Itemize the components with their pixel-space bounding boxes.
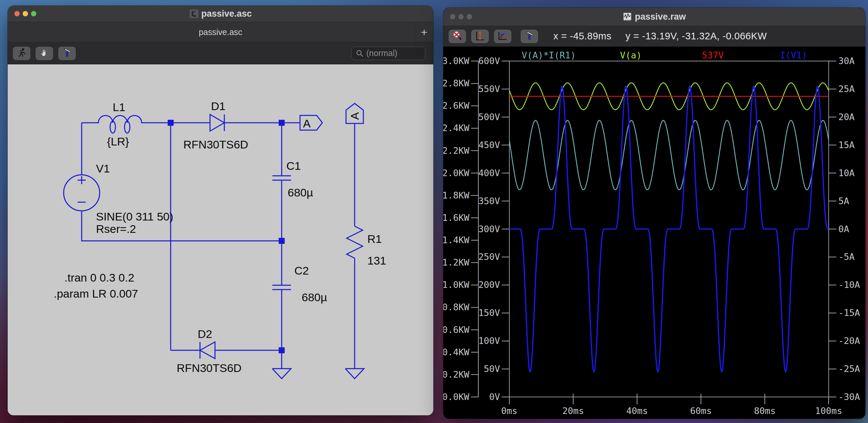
power-axis-tick-label: 1.8KW [443, 190, 470, 200]
d2-diode[interactable] [200, 342, 215, 359]
traffic-lights-inactive [450, 14, 472, 19]
current-axis-tick-label: 25A [838, 84, 855, 94]
power-axis-tick-label: 2.4KW [443, 123, 470, 133]
autorange-button[interactable] [471, 30, 489, 43]
run-icon [17, 48, 27, 59]
voltage-axis-tick-label: 300V [478, 224, 500, 234]
tools-button[interactable] [58, 47, 76, 60]
traffic-lights [14, 11, 36, 16]
search-input[interactable] [366, 48, 421, 58]
current-axis-tick-label: -30A [838, 392, 860, 402]
r1-resistor[interactable] [347, 226, 363, 258]
close-button[interactable] [450, 14, 455, 19]
d2-model-label[interactable]: RFN30TS6D [177, 362, 242, 374]
v1-value-label[interactable]: SINE(0 311 50) [96, 210, 173, 223]
legend-item-I(V1)[interactable]: I(V1) [780, 50, 807, 60]
voltage-axis-tick-label: 50V [484, 364, 500, 374]
l1-value-label[interactable]: {LR} [107, 135, 129, 148]
power-axis-tick-label: 1.6KW [443, 213, 470, 223]
voltage-axis-tick-label: 100V [478, 336, 500, 346]
tools-hammer-icon [62, 48, 72, 59]
window-title: passive.raw [635, 12, 686, 22]
schematic-doc-icon [189, 9, 199, 18]
minimize-button[interactable] [458, 14, 464, 19]
plot-settings-button[interactable] [494, 30, 512, 43]
power-axis-tick-label: 2.2KW [443, 145, 470, 156]
minimize-button[interactable] [23, 11, 28, 16]
current-axis-tick-label: 0A [838, 224, 849, 234]
cursor-x-value: x = -45.89ms [553, 31, 611, 41]
l1-coil-loop [110, 121, 115, 133]
current-axis-tick-label: 30A [838, 56, 855, 66]
l1-coil-loop [125, 121, 130, 133]
junction-dot [279, 120, 285, 126]
close-button[interactable] [14, 11, 20, 16]
pan-hand-icon [40, 48, 49, 59]
d1-diode[interactable] [210, 114, 224, 131]
waveform-plot-area[interactable]: 3.0KW2.8KW2.6KW2.4KW2.2KW2.0KW1.8KW1.6KW… [443, 47, 865, 419]
c1-capacitor[interactable] [272, 123, 291, 241]
cursor-readout: x = -45.89msy = -13.19V, -31.32A, -0.066… [553, 31, 767, 42]
time-axis-tick-label: 100ms [815, 406, 842, 416]
l1-ref-label[interactable]: L1 [113, 101, 125, 113]
r1-ref-label[interactable]: R1 [367, 232, 382, 245]
cursor-y-value: y = -13.19V, -31.32A, -0.066KW [625, 31, 767, 41]
tools-button[interactable] [521, 30, 538, 43]
voltage-axis-tick-label: 200V [478, 280, 500, 290]
c1-ref-label[interactable]: C1 [286, 160, 301, 172]
schematic-window: passive.asc passive.asc + [8, 6, 433, 415]
v1-rser-label[interactable]: Rser=.2 [96, 223, 136, 235]
search-field[interactable] [351, 47, 425, 60]
power-axis-tick-label: 3.0KW [443, 56, 470, 66]
run-button[interactable] [13, 47, 30, 60]
legend-item-V(A)*I(R1)[interactable]: V(A)*I(R1) [522, 50, 576, 60]
window-title: passive.asc [202, 9, 252, 19]
net-flag-a-load-label: A [348, 112, 361, 120]
v1-ref-label[interactable]: V1 [96, 162, 110, 175]
search-icon [356, 49, 364, 57]
tools-hammer-icon [524, 31, 534, 42]
schematic-titlebar[interactable]: passive.asc [8, 6, 433, 22]
ground-symbol-right [345, 258, 364, 378]
current-axis-tick-label: 20A [838, 112, 855, 122]
time-axis-tick-label: 20ms [562, 406, 584, 416]
zoom-cancel-button[interactable] [449, 30, 466, 43]
current-axis-tick-label: 5A [838, 196, 849, 206]
param-directive[interactable]: .param LR 0.007 [54, 287, 138, 300]
power-axis-tick-label: 0.6KW [443, 325, 470, 335]
r1-value-label[interactable]: 131 [367, 254, 386, 267]
tab-passive-asc[interactable]: passive.asc [8, 27, 433, 37]
pan-button[interactable] [36, 47, 53, 60]
c2-value-label[interactable]: 680µ [302, 291, 327, 304]
d1-model-label[interactable]: RFN30TS6D [183, 138, 248, 151]
voltage-axis-tick-label: 350V [478, 196, 500, 206]
desktop: { "desktop": { "wallpaper_colors": ["#4b… [0, 0, 868, 423]
ground-symbol-left [272, 350, 291, 378]
schematic-drawing: L1 {LR} D1 RFN30TS6D V1 SINE(0 311 50) R… [8, 64, 433, 415]
d2-ref-label[interactable]: D2 [198, 328, 212, 340]
zoom-button[interactable] [31, 11, 36, 16]
current-axis-tick-label: -15A [838, 308, 860, 318]
c2-ref-label[interactable]: C2 [294, 264, 309, 277]
power-axis-tick-label: 2.8KW [443, 78, 470, 88]
junction-dot [279, 238, 285, 244]
c2-capacitor[interactable] [272, 241, 291, 350]
trace-I(V1) [509, 86, 829, 372]
waveform-titlebar[interactable]: passive.raw [443, 8, 865, 26]
schematic-canvas[interactable]: L1 {LR} D1 RFN30TS6D V1 SINE(0 311 50) R… [8, 64, 433, 415]
legend-item-537V[interactable]: 537V [702, 50, 724, 60]
zoom-button[interactable] [467, 14, 472, 19]
legend-item-V(a)[interactable]: V(a) [620, 50, 642, 60]
tran-directive[interactable]: .tran 0 0.3 0.2 [64, 271, 134, 284]
tab-bar: passive.asc + [8, 22, 433, 43]
time-axis-tick-label: 80ms [754, 406, 776, 416]
new-tab-button[interactable]: + [415, 22, 433, 42]
current-axis-tick-label: 15A [838, 140, 855, 150]
time-axis-tick-label: 40ms [626, 406, 648, 416]
c1-value-label[interactable]: 680µ [288, 186, 313, 199]
current-axis-tick-label: -10A [838, 280, 860, 290]
current-axis-tick-label: -25A [838, 364, 860, 374]
voltage-axis-tick-label: 500V [478, 112, 500, 122]
d1-ref-label[interactable]: D1 [211, 100, 225, 112]
waveform-doc-icon [623, 12, 632, 21]
